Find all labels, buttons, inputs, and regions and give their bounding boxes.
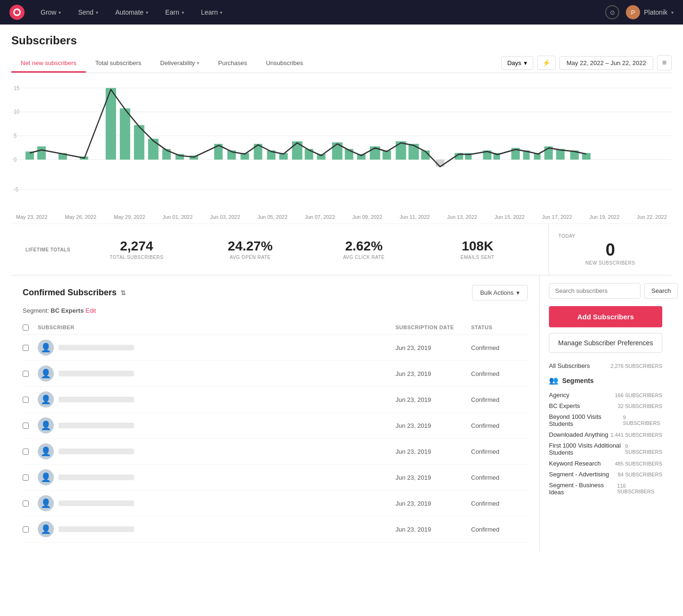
segments-icon: 👥	[549, 376, 558, 385]
user-menu[interactable]: P Platonik ▾	[626, 5, 674, 19]
chart-svg: 15 10 5 0 -5	[11, 78, 672, 210]
segment-list-item[interactable]: Downloaded Anything 1,441 SUBSCRIBERS	[549, 429, 662, 440]
filter-button[interactable]: ⚡	[537, 56, 556, 70]
segment-list-item[interactable]: BC Experts 32 SUBSCRIBERS	[549, 400, 662, 411]
segment-list-item[interactable]: Keyword Research 485 SUBSCRIBERS	[549, 458, 662, 469]
tabs-right: Days ▾ ⚡ May 22, 2022 – Jun 22, 2022 ≡	[501, 55, 672, 72]
segments-label: Segments	[562, 377, 594, 384]
subscriber-email	[59, 526, 134, 532]
tab-unsubscribes[interactable]: Unsubscribes	[256, 55, 312, 73]
view-toggle-button[interactable]: ≡	[657, 55, 672, 70]
avg-click-rate-value: 2.62%	[307, 240, 421, 253]
segments-list: Agency 166 SUBSCRIBERS BC Experts 32 SUB…	[549, 390, 662, 498]
segment-item-count: 84 SUBSCRIBERS	[618, 472, 662, 477]
today-label: TODAY	[558, 233, 575, 239]
lifetime-totals-label: LIFETIME TOTALS	[25, 247, 80, 252]
subscriber-info: 👤	[38, 340, 396, 356]
segment-edit-link[interactable]: Edit	[85, 307, 96, 314]
logo[interactable]	[9, 5, 25, 20]
segment-item-name: Beyond 1000 Visits Students	[549, 413, 623, 427]
svg-text:-5: -5	[14, 187, 18, 192]
x-label-13: Jun 22, 2022	[637, 214, 667, 220]
subscriber-info: 👤	[38, 417, 396, 433]
tab-purchases[interactable]: Purchases	[209, 55, 256, 73]
subscriber-date: Jun 23, 2019	[396, 474, 471, 481]
svg-text:15: 15	[14, 85, 19, 91]
subscriber-status: Confirmed	[471, 370, 528, 377]
segment-label: Segment:	[23, 307, 49, 314]
nav-automate[interactable]: Automate ▾	[109, 0, 155, 25]
select-all-checkbox[interactable]	[23, 325, 29, 331]
tab-total-subscribers[interactable]: Total subscribers	[86, 55, 151, 73]
col-date: SUBSCRIPTION DATE	[396, 325, 471, 331]
subscriber-info: 👤	[38, 443, 396, 459]
subscriber-avatar: 👤	[38, 340, 54, 356]
row-checkbox[interactable]	[23, 423, 29, 429]
today-sublabel: NEW SUBSCRIBERS	[585, 260, 635, 266]
emails-sent-label: EMAILS SENT	[421, 255, 534, 260]
subscriber-email	[59, 423, 134, 428]
filter-icon: ⚡	[542, 59, 550, 67]
subscriber-avatar: 👤	[38, 391, 54, 408]
row-checkbox[interactable]	[23, 526, 29, 533]
row-checkbox[interactable]	[23, 500, 29, 507]
add-subscribers-button[interactable]: Add Subscribers	[549, 306, 662, 327]
svg-rect-17	[148, 139, 159, 159]
nav-send[interactable]: Send ▾	[71, 0, 105, 25]
nav-earn[interactable]: Earn ▾	[159, 0, 191, 25]
tab-deliverability[interactable]: Deliverability ▾	[151, 55, 209, 73]
search-input[interactable]	[549, 283, 641, 299]
subscriber-email	[59, 500, 134, 506]
row-checkbox[interactable]	[23, 449, 29, 455]
bulk-actions-button[interactable]: Bulk Actions ▾	[472, 285, 528, 300]
row-checkbox[interactable]	[23, 474, 29, 481]
subscriber-avatar: 👤	[38, 443, 54, 459]
segment-list-item[interactable]: Agency 166 SUBSCRIBERS	[549, 390, 662, 400]
tab-net-new-subscribers[interactable]: Net new subscribers	[11, 55, 86, 73]
bottom-section: Confirmed Subscribers ⇅ Bulk Actions ▾ S…	[11, 275, 672, 552]
svg-rect-27	[292, 142, 303, 160]
x-label-4: Jun 03, 2022	[210, 214, 240, 220]
subscriber-info: 👤	[38, 495, 396, 511]
segment-item-count: 485 SUBSCRIBERS	[615, 461, 662, 466]
global-search-icon[interactable]: ⊙	[605, 5, 619, 19]
segments-header: 👥 Segments	[549, 376, 662, 385]
segment-list-item[interactable]: First 1000 Visits Additional Students 9 …	[549, 440, 662, 458]
svg-text:5: 5	[14, 133, 17, 139]
nav-learn[interactable]: Learn ▾	[194, 0, 229, 25]
navbar-right: ⊙ P Platonik ▾	[605, 5, 674, 19]
sort-icon[interactable]: ⇅	[120, 289, 126, 297]
tab-deliverability-chevron: ▾	[197, 60, 199, 66]
x-label-10: Jun 15, 2022	[495, 214, 525, 220]
subscriber-status: Confirmed	[471, 422, 528, 429]
row-checkbox[interactable]	[23, 397, 29, 403]
segment-list-item[interactable]: Segment - Advertising 84 SUBSCRIBERS	[549, 469, 662, 480]
segment-list-item[interactable]: Segment - Business Ideas 116 SUBSCRIBERS	[549, 480, 662, 498]
search-row: Search	[549, 283, 662, 299]
period-chevron: ▾	[524, 59, 527, 67]
search-button[interactable]: Search	[644, 283, 678, 299]
stat-avg-open-rate: 24.27% AVG OPEN RATE	[194, 240, 307, 260]
total-subscribers-value: 2,274	[80, 240, 194, 253]
subscriber-email	[59, 449, 134, 454]
segment-item-name: Keyword Research	[549, 460, 601, 467]
subscriber-avatar: 👤	[38, 495, 54, 511]
segment-list-item[interactable]: Beyond 1000 Visits Students 9 SUBSCRIBER…	[549, 411, 662, 429]
x-label-6: Jun 07, 2022	[305, 214, 335, 220]
tabs-row: Net new subscribers Total subscribers De…	[11, 55, 672, 73]
nav-send-chevron: ▾	[96, 10, 98, 15]
table-row: 👤 Jun 23, 2019 Confirmed	[23, 491, 528, 516]
nav-send-label: Send	[78, 8, 93, 16]
table-row: 👤 Jun 23, 2019 Confirmed	[23, 516, 528, 542]
nav-grow[interactable]: Grow ▾	[34, 0, 67, 25]
row-checkbox[interactable]	[23, 345, 29, 351]
row-checkbox[interactable]	[23, 371, 29, 377]
nav-earn-label: Earn	[165, 8, 179, 16]
segment-item-name: Segment - Advertising	[549, 471, 609, 478]
date-range[interactable]: May 22, 2022 – Jun 22, 2022	[559, 56, 653, 70]
segment-item-name: First 1000 Visits Additional Students	[549, 442, 625, 456]
nav-learn-chevron: ▾	[220, 10, 222, 15]
subscriber-date: Jun 23, 2019	[396, 344, 471, 351]
manage-preferences-button[interactable]: Manage Subscriber Preferences	[549, 333, 662, 353]
period-selector[interactable]: Days ▾	[501, 56, 534, 70]
